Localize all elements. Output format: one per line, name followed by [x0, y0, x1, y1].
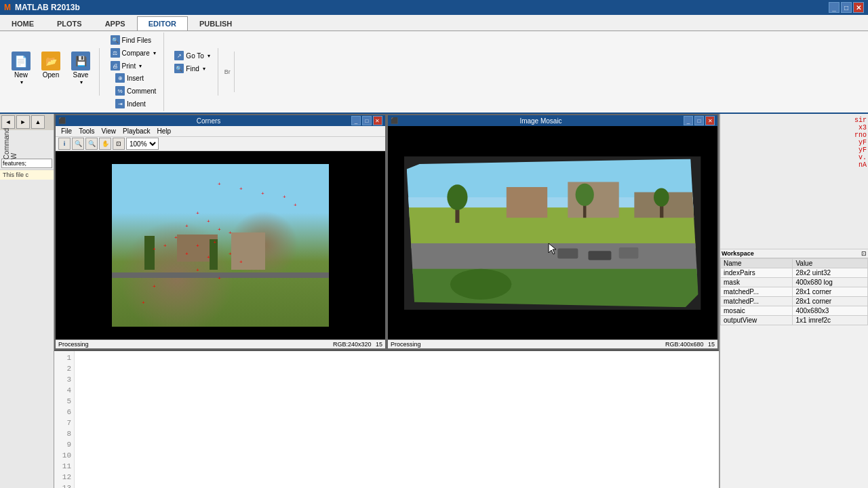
- mosaic-maximize[interactable]: □: [694, 116, 704, 125]
- print-dropdown: ▾: [139, 63, 142, 69]
- comment-icon: %: [115, 86, 125, 96]
- corners-minimize[interactable]: _: [351, 116, 361, 125]
- corners-close[interactable]: ✕: [373, 116, 382, 125]
- mosaic-svg: [404, 142, 701, 324]
- indent-button[interactable]: ⇥ Indent: [112, 98, 159, 110]
- svg-point-19: [450, 268, 511, 299]
- corner-14: +: [214, 239, 219, 245]
- tab-plots[interactable]: PLOTS: [45, 16, 94, 30]
- insert-button[interactable]: ⊕ Insert: [112, 72, 159, 84]
- find-button[interactable]: 🔍 Find ▾: [171, 62, 214, 75]
- code-line-2: [79, 407, 715, 418]
- line-num-10: 10: [57, 450, 71, 461]
- goto-icon: ↗: [174, 51, 184, 60]
- mosaic-close[interactable]: ✕: [705, 116, 715, 125]
- corner-22: +: [153, 283, 158, 289]
- zoom-select[interactable]: 100% 50% 200%: [126, 138, 159, 150]
- file-info: This file c: [0, 169, 54, 180]
- corner-23: +: [142, 300, 147, 305]
- right-panel: sir x3 rno yF yF v. nA Workspace ⊡ Name …: [719, 114, 868, 488]
- code-line-1: [79, 374, 715, 385]
- corners-menu-tools[interactable]: Tools: [76, 127, 97, 136]
- corners-status-right: RGB:240x320 15: [333, 341, 382, 348]
- corners-image: + + + + + + + + + + + + + + +: [112, 164, 329, 327]
- table-row[interactable]: matchedP... 28x1 corner: [721, 287, 868, 297]
- new-button[interactable]: 📄 New ▾: [7, 49, 35, 87]
- tab-apps[interactable]: APPS: [94, 16, 137, 30]
- find-files-icon: 🔍: [111, 35, 120, 45]
- mosaic-titlebar: ⬛ Image Mosaic _ □ ✕: [388, 115, 717, 126]
- line-num-13: 13: [57, 483, 71, 488]
- workspace-expand[interactable]: ⊡: [861, 250, 867, 257]
- corner-11: +: [174, 235, 180, 240]
- code-line-3: [79, 439, 715, 450]
- code-content[interactable]: % |extractFeatures|, |matchFeatures|, an…: [75, 351, 719, 488]
- sidebar-label-3: rno: [722, 131, 867, 139]
- indent-icon: ⇥: [115, 99, 125, 108]
- table-row[interactable]: mosaic 400x680x3: [721, 306, 868, 316]
- col-value: Value: [793, 259, 868, 268]
- corner-8: +: [185, 223, 191, 228]
- corners-titlebar: ⬛ Corners _ □ ✕: [56, 115, 385, 126]
- svg-rect-15: [558, 248, 578, 258]
- table-row[interactable]: outputView 1x1 imref2c: [721, 316, 868, 325]
- tab-publish[interactable]: PUBLISH: [188, 16, 243, 30]
- print-button[interactable]: 🖨 Print ▾: [107, 60, 159, 72]
- info-button[interactable]: i: [58, 138, 71, 150]
- svg-rect-16: [589, 251, 612, 260]
- close-button[interactable]: ✕: [853, 2, 864, 13]
- find-files-button[interactable]: 🔍 Find Files: [107, 34, 159, 46]
- corners-maximize[interactable]: □: [362, 116, 372, 125]
- tab-editor[interactable]: EDITOR: [137, 16, 188, 30]
- minimize-button[interactable]: _: [829, 2, 840, 13]
- insert-icon: ⊕: [115, 73, 125, 83]
- mosaic-status-left: Processing: [391, 341, 421, 348]
- save-button[interactable]: 💾 Save ▾: [66, 49, 95, 87]
- print-icon: 🖨: [111, 61, 120, 70]
- title-bar: M MATLAB R2013b _ □ ✕: [0, 0, 868, 15]
- mosaic-minimize[interactable]: _: [684, 116, 693, 125]
- row-value-mosaic: 400x680x3: [793, 306, 868, 316]
- tab-home[interactable]: HOME: [0, 16, 45, 30]
- mosaic-icon: ⬛: [391, 117, 398, 124]
- corner-20: +: [196, 267, 201, 272]
- aspect-button[interactable]: ⊡: [113, 138, 125, 150]
- corner-18: +: [229, 251, 234, 256]
- compare-dropdown: ▾: [153, 50, 156, 56]
- corner-9: +: [218, 226, 223, 232]
- corners-toolbar: i 🔍 🔍 ✋ ⊡ 100% 50% 200%: [56, 137, 385, 151]
- svg-rect-6: [568, 182, 619, 218]
- row-name-matchedp2: matchedP...: [721, 297, 793, 306]
- open-button[interactable]: 📂 Open: [37, 49, 65, 87]
- zoom-out-button[interactable]: 🔍: [85, 138, 98, 150]
- comment-button[interactable]: % Comment: [112, 85, 159, 97]
- table-row[interactable]: indexPairs 28x2 uint32: [721, 268, 868, 278]
- command-window-label-area: Command W: [0, 130, 54, 157]
- table-row[interactable]: mask 400x680 log: [721, 278, 868, 287]
- corners-title: Corners: [197, 117, 221, 125]
- find-dropdown: ▾: [203, 66, 205, 72]
- goto-button[interactable]: ↗ Go To ▾: [171, 49, 214, 62]
- breakpoints-divider: Br: [221, 52, 235, 92]
- line-num-4: 4: [57, 385, 71, 396]
- save-icon: 💾: [71, 52, 90, 70]
- corners-menu-playback[interactable]: Playback: [120, 127, 153, 136]
- figures-area: ⬛ Corners _ □ ✕ File Tools View Playback…: [54, 114, 719, 351]
- tree1: [144, 236, 155, 270]
- zoom-in-button[interactable]: 🔍: [72, 138, 84, 150]
- corner-6: +: [196, 210, 201, 216]
- corners-menu-help[interactable]: Help: [155, 127, 174, 136]
- up-button[interactable]: ▲: [31, 115, 45, 129]
- maximize-button[interactable]: □: [841, 2, 852, 13]
- line-num-3: 3: [57, 374, 71, 385]
- table-row[interactable]: matchedP... 28x1 corner: [721, 297, 868, 306]
- building2: [231, 232, 265, 270]
- corners-menu-view[interactable]: View: [98, 127, 119, 136]
- compare-button[interactable]: ⚖ Compare ▾: [107, 47, 159, 59]
- corners-menu-file[interactable]: File: [58, 127, 75, 136]
- line-num-2: 2: [57, 363, 71, 374]
- corner-4: +: [283, 194, 288, 199]
- line-num-8: 8: [57, 428, 71, 439]
- pan-button[interactable]: ✋: [99, 138, 111, 150]
- mosaic-status-right: RGB:400x680 15: [665, 341, 715, 348]
